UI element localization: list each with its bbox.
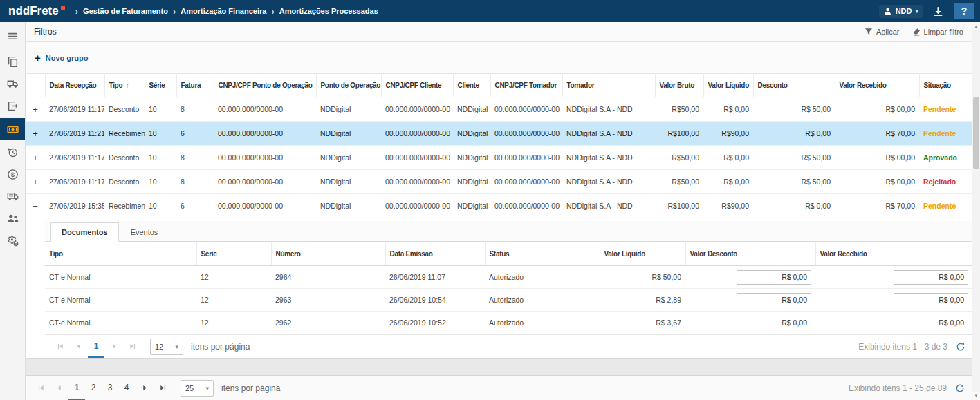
detail-row[interactable]: CT-e Normal12296326/06/2019 10:54Autoriz… [45,289,972,312]
expand-toggle[interactable]: + [26,146,45,170]
breadcrumb-item-gestao-faturamento[interactable]: Gestão de Faturamento [83,7,168,15]
last-page-button[interactable] [154,380,171,397]
column-header-tipo[interactable]: Tipo ↑ [104,74,145,97]
cell-fatura: 6 [176,194,214,218]
cell-data_recepcao: 27/06/2019 11:17 [45,146,104,170]
expand-toggle[interactable]: + [26,97,45,122]
detail-first-page-button[interactable] [52,339,68,355]
cell-valor_bruto: R$100,00 [655,122,703,146]
settings-gears-icon[interactable] [1,231,24,251]
truck-icon[interactable] [1,74,24,94]
next-page-button[interactable] [136,380,153,397]
tab-documentos[interactable]: Documentos [50,222,119,242]
breadcrumb-item-amortizacao-financeira[interactable]: Amortização Financeira [181,7,266,15]
user-menu[interactable]: NDD ▾ [879,5,923,18]
page-button-4[interactable]: 4 [118,376,135,400]
column-header-desconto[interactable]: Desconto [753,74,835,97]
help-button[interactable]: ? [954,3,974,19]
column-header-fatura[interactable]: Fatura [176,74,214,97]
cell-fatura: 8 [176,170,214,194]
cell-tomador: NDDigital S.A - NDD [562,146,655,170]
page-button-1[interactable]: 1 [68,376,85,400]
new-group-button[interactable]: + Novo grupo [35,53,88,63]
detail-table: TipoSérieNúmeroData EmissãoStatusValor L… [45,242,972,334]
detail-column-header-numero[interactable]: Número [271,242,385,266]
cell-valor_liquido: R$ 0,00 [703,97,753,122]
menu-icon[interactable] [1,26,24,46]
column-header-tomador[interactable]: Tomador [562,74,655,97]
detail-page-size-select[interactable]: 12 ▾ [150,339,183,355]
download-button[interactable] [932,6,944,17]
detail-column-header-valor_desconto[interactable]: Valor Desconto [685,242,815,266]
tab-eventos[interactable]: Eventos [120,223,169,241]
expand-toggle[interactable]: + [26,170,45,194]
expand-toggle[interactable]: − [26,194,45,218]
column-header-situacao[interactable]: Situação [919,74,972,97]
breadcrumb: › Gestão de Faturamento › Amortização Fi… [75,7,378,16]
column-header-serie[interactable]: Série [145,74,176,97]
truck-alt-icon[interactable] [1,187,24,207]
column-header-valor_liquido[interactable]: Valor Líquido [703,74,753,97]
detail-column-header-status[interactable]: Status [485,242,600,266]
table-row[interactable]: +27/06/2019 11:17Desconto10800.000.000/0… [26,97,972,122]
table-row[interactable]: +27/06/2019 11:17Desconto10800.000.000/0… [26,146,972,170]
cell-cnpj_cpf_tomador: 00.000.000/0000-00 [490,146,562,170]
app-logo[interactable]: nddFrete [8,4,66,18]
column-header-cliente[interactable]: Cliente [453,74,490,97]
detail-column-header-serie[interactable]: Série [196,242,271,266]
svg-text:$: $ [10,171,14,178]
detail-row[interactable]: CT-e Normal12296426/06/2019 11:07Autoriz… [45,266,972,289]
column-header-ponto_operacao[interactable]: Ponto de Operação [316,74,381,97]
column-label: Valor Recebido [840,82,887,89]
valor-desconto-input[interactable] [737,293,811,307]
detail-row[interactable]: CT-e Normal12296226/06/2019 10:52Autoriz… [45,312,972,334]
page-button-1[interactable]: 1 [88,335,104,358]
column-header-cnpj_cpf_ponto_operacao[interactable]: CNPJ/CPF Ponto de Operação [214,74,316,97]
column-header-valor_recebido[interactable]: Valor Recebido [835,74,919,97]
valor-desconto-input[interactable] [737,316,811,330]
copy-pages-icon[interactable] [1,52,24,72]
page-button-3[interactable]: 3 [102,376,118,400]
users-icon[interactable] [1,209,24,229]
valor-recebido-input[interactable] [894,293,968,307]
detail-column-header-valor_recebido[interactable]: Valor Recebido [815,242,972,266]
coin-dollar-icon[interactable]: $ [1,164,24,184]
detail-column-header-tipo[interactable]: Tipo [45,242,196,266]
export-icon[interactable] [1,96,24,116]
cell-serie: 10 [145,146,176,170]
scrollbar-thumb[interactable] [973,97,979,169]
vertical-scrollbar[interactable]: ▲ ▼ [972,22,980,400]
table-row[interactable]: +27/06/2019 11:17Desconto10800.000.000/0… [26,170,972,194]
column-header-cnpj_cpf_tomador[interactable]: CNPJ/CPF Tomador [490,74,562,97]
detail-column-header-data_emissao[interactable]: Data Emissão [385,242,485,266]
clear-filter-button[interactable]: Limpar filtro [912,28,963,36]
first-page-button[interactable] [33,380,49,397]
money-icon[interactable] [0,118,25,140]
column-header-cnpj_cpf_cliente[interactable]: CNPJ/CPF Cliente [381,74,453,97]
table-row[interactable]: −27/06/2019 15:35Recebimento10600.000.00… [26,194,972,218]
column-header-data_recepcao[interactable]: Data Recepção [45,74,104,97]
valor-desconto-input[interactable] [737,270,811,285]
cell-desconto: R$ 50,00 [753,170,835,194]
page-size-select[interactable]: 25 ▾ [181,380,214,397]
prev-page-button[interactable] [50,380,67,397]
refresh-button[interactable] [955,383,965,393]
detail-refresh-button[interactable] [956,342,965,352]
detail-cell-valor_desconto [685,289,815,312]
detail-next-page-button[interactable] [106,339,122,355]
topbar-actions: NDD ▾ ? [879,3,974,19]
detail-last-page-button[interactable] [124,339,140,355]
detail-prev-page-button[interactable] [70,339,86,355]
table-row[interactable]: +27/06/2019 11:21Recebimento10600.000.00… [26,122,972,146]
valor-recebido-input[interactable] [894,316,968,330]
apply-filter-button[interactable]: Aplicar [865,28,900,36]
history-clock-icon[interactable] [1,142,24,162]
page-button-2[interactable]: 2 [85,376,102,400]
detail-column-header-valor_liquido[interactable]: Valor Líquido [600,242,685,266]
expand-toggle[interactable]: + [26,122,45,146]
scroll-up-icon[interactable]: ▲ [972,22,980,30]
column-header-valor_bruto[interactable]: Valor Bruto [655,74,703,97]
breadcrumb-item-amortizacoes-processadas[interactable]: Amortizações Processadas [279,7,378,15]
scroll-down-icon[interactable]: ▼ [972,392,980,400]
valor-recebido-input[interactable] [894,270,968,285]
